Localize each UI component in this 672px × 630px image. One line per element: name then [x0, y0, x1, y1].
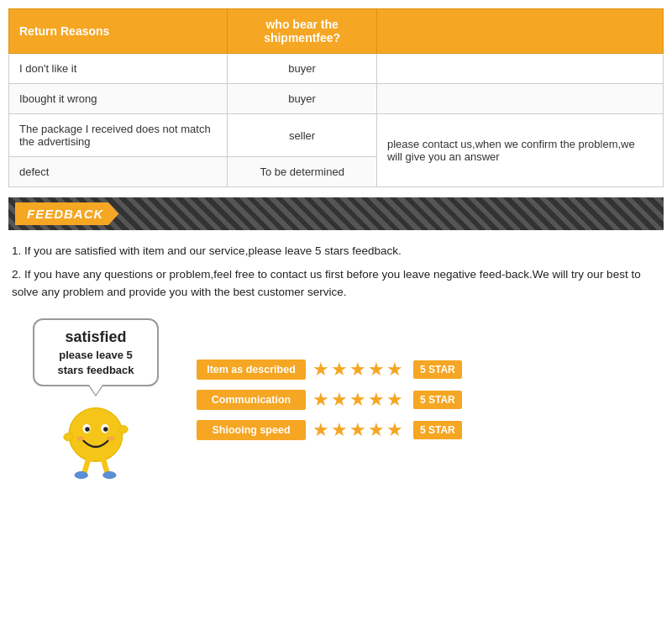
note-cell	[376, 54, 663, 84]
star-4: ★	[368, 419, 385, 441]
stars: ★ ★ ★ ★ ★	[312, 389, 403, 411]
note-cell-merged: please contact us,when we confirm the pr…	[376, 114, 663, 187]
star-2: ★	[331, 359, 348, 381]
star-5: ★	[386, 359, 403, 381]
col-header-bearer: who bear the shipmentfee?	[228, 9, 377, 54]
feedback-banner: FEEDBACK	[8, 197, 664, 230]
rating-row-shipping: Shiooing speed ★ ★ ★ ★ ★ 5 STAR	[197, 419, 660, 441]
star-3: ★	[349, 389, 366, 411]
svg-line-9	[84, 460, 88, 473]
star-badge: 5 STAR	[413, 421, 462, 439]
speech-satisfied: satisfied	[45, 327, 147, 348]
bearer-cell: buyer	[228, 84, 377, 114]
star-badge: 5 STAR	[413, 391, 462, 409]
star-badge: 5 STAR	[413, 360, 462, 379]
mascot-area: satisfied please leave 5 stars feedback	[12, 318, 180, 481]
rating-label: Shiooing speed	[197, 420, 306, 440]
col-header-note	[376, 9, 663, 54]
speech-bubble: satisfied please leave 5 stars feedback	[33, 318, 159, 387]
rating-row-item: Item as described ★ ★ ★ ★ ★ 5 STAR	[197, 359, 660, 381]
reason-cell: Ibought it wrong	[9, 84, 228, 114]
star-4: ★	[368, 359, 385, 381]
star-2: ★	[331, 419, 348, 441]
star-3: ★	[349, 359, 366, 381]
svg-point-11	[75, 471, 88, 479]
rating-section: satisfied please leave 5 stars feedback	[0, 310, 672, 493]
svg-point-3	[85, 428, 89, 432]
speech-body: please leave 5 stars feedback	[57, 349, 134, 376]
svg-line-10	[103, 460, 108, 473]
feedback-line2: 2. If you have any questions or problem,…	[12, 265, 660, 302]
stars: ★ ★ ★ ★ ★	[312, 419, 403, 441]
feedback-text-section: 1. If you are satisfied with item and ou…	[0, 230, 672, 310]
return-reasons-section: Return Reasons who bear the shipmentfee?…	[0, 0, 672, 187]
stars: ★ ★ ★ ★ ★	[312, 359, 403, 381]
rating-label: Item as described	[197, 360, 306, 380]
col-header-reason: Return Reasons	[9, 9, 228, 54]
rating-row-communication: Communication ★ ★ ★ ★ ★ 5 STAR	[197, 389, 660, 411]
star-1: ★	[312, 389, 329, 411]
svg-point-4	[103, 428, 108, 432]
table-row: The package I received does not match th…	[9, 114, 664, 157]
svg-point-6	[64, 433, 73, 441]
rating-label: Communication	[197, 390, 306, 410]
bearer-cell: seller	[228, 114, 377, 157]
note-cell	[376, 84, 663, 114]
svg-point-12	[102, 471, 116, 479]
mascot-svg	[54, 396, 138, 480]
feedback-line1: 1. If you are satisfied with item and ou…	[12, 242, 660, 260]
reason-cell: I don't like it	[9, 54, 228, 84]
star-3: ★	[349, 419, 366, 441]
table-row: Ibought it wrong buyer	[9, 84, 664, 114]
bearer-cell: To be determined	[228, 157, 377, 187]
rating-rows: Item as described ★ ★ ★ ★ ★ 5 STAR Commu…	[197, 359, 660, 441]
star-5: ★	[386, 419, 403, 441]
feedback-label: FEEDBACK	[15, 202, 118, 225]
reason-cell: The package I received does not match th…	[9, 114, 228, 157]
table-row: I don't like it buyer	[9, 54, 664, 84]
svg-point-14	[108, 437, 115, 441]
star-1: ★	[312, 419, 329, 441]
star-1: ★	[312, 359, 329, 381]
bearer-cell: buyer	[228, 54, 377, 84]
reason-cell: defect	[9, 157, 228, 187]
svg-point-8	[118, 426, 128, 433]
return-reasons-table: Return Reasons who bear the shipmentfee?…	[8, 8, 664, 187]
svg-point-13	[76, 437, 84, 441]
star-5: ★	[386, 389, 403, 411]
star-2: ★	[331, 389, 348, 411]
star-4: ★	[368, 389, 385, 411]
